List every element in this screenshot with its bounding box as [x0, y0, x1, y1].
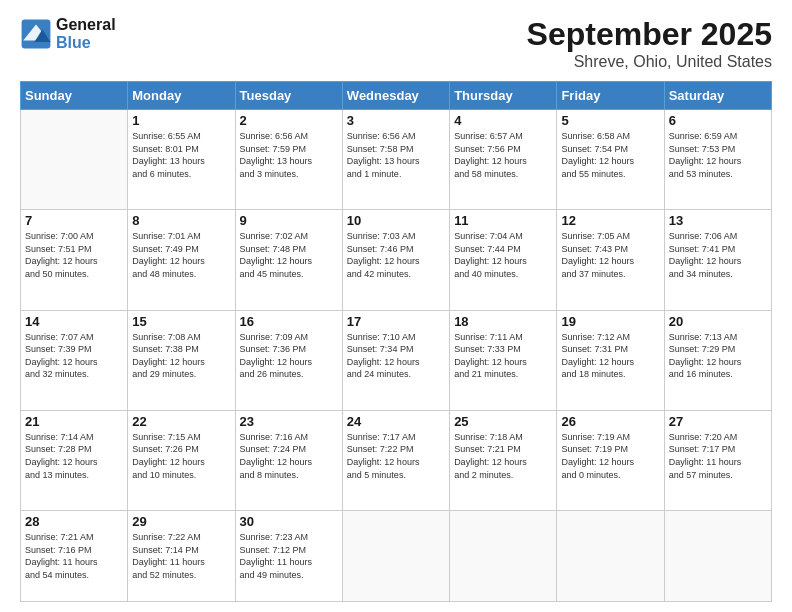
calendar-week-2: 7Sunrise: 7:00 AMSunset: 7:51 PMDaylight…	[21, 210, 772, 310]
header-wednesday: Wednesday	[342, 82, 449, 110]
day-number: 29	[132, 514, 230, 529]
calendar-cell: 24Sunrise: 7:17 AMSunset: 7:22 PMDayligh…	[342, 410, 449, 510]
day-info: Sunrise: 7:11 AMSunset: 7:33 PMDaylight:…	[454, 331, 552, 381]
day-number: 6	[669, 113, 767, 128]
day-info: Sunrise: 7:02 AMSunset: 7:48 PMDaylight:…	[240, 230, 338, 280]
day-number: 11	[454, 213, 552, 228]
day-info: Sunrise: 7:06 AMSunset: 7:41 PMDaylight:…	[669, 230, 767, 280]
main-title: September 2025	[527, 16, 772, 53]
day-number: 23	[240, 414, 338, 429]
page: General Blue September 2025 Shreve, Ohio…	[0, 0, 792, 612]
calendar-week-4: 21Sunrise: 7:14 AMSunset: 7:28 PMDayligh…	[21, 410, 772, 510]
calendar-cell: 14Sunrise: 7:07 AMSunset: 7:39 PMDayligh…	[21, 310, 128, 410]
calendar-cell: 6Sunrise: 6:59 AMSunset: 7:53 PMDaylight…	[664, 110, 771, 210]
header-saturday: Saturday	[664, 82, 771, 110]
day-number: 4	[454, 113, 552, 128]
calendar-cell: 8Sunrise: 7:01 AMSunset: 7:49 PMDaylight…	[128, 210, 235, 310]
calendar-cell: 25Sunrise: 7:18 AMSunset: 7:21 PMDayligh…	[450, 410, 557, 510]
calendar-cell: 11Sunrise: 7:04 AMSunset: 7:44 PMDayligh…	[450, 210, 557, 310]
header: General Blue September 2025 Shreve, Ohio…	[20, 16, 772, 71]
title-block: September 2025 Shreve, Ohio, United Stat…	[527, 16, 772, 71]
calendar-cell: 5Sunrise: 6:58 AMSunset: 7:54 PMDaylight…	[557, 110, 664, 210]
day-info: Sunrise: 7:15 AMSunset: 7:26 PMDaylight:…	[132, 431, 230, 481]
calendar-cell: 2Sunrise: 6:56 AMSunset: 7:59 PMDaylight…	[235, 110, 342, 210]
calendar-cell: 10Sunrise: 7:03 AMSunset: 7:46 PMDayligh…	[342, 210, 449, 310]
day-number: 13	[669, 213, 767, 228]
calendar-cell: 17Sunrise: 7:10 AMSunset: 7:34 PMDayligh…	[342, 310, 449, 410]
calendar-cell: 7Sunrise: 7:00 AMSunset: 7:51 PMDaylight…	[21, 210, 128, 310]
subtitle: Shreve, Ohio, United States	[527, 53, 772, 71]
day-number: 27	[669, 414, 767, 429]
day-info: Sunrise: 7:07 AMSunset: 7:39 PMDaylight:…	[25, 331, 123, 381]
calendar-cell: 29Sunrise: 7:22 AMSunset: 7:14 PMDayligh…	[128, 511, 235, 602]
calendar-cell: 26Sunrise: 7:19 AMSunset: 7:19 PMDayligh…	[557, 410, 664, 510]
calendar-cell: 15Sunrise: 7:08 AMSunset: 7:38 PMDayligh…	[128, 310, 235, 410]
day-info: Sunrise: 7:23 AMSunset: 7:12 PMDaylight:…	[240, 531, 338, 581]
calendar-cell: 9Sunrise: 7:02 AMSunset: 7:48 PMDaylight…	[235, 210, 342, 310]
day-info: Sunrise: 7:01 AMSunset: 7:49 PMDaylight:…	[132, 230, 230, 280]
calendar-cell: 21Sunrise: 7:14 AMSunset: 7:28 PMDayligh…	[21, 410, 128, 510]
day-number: 26	[561, 414, 659, 429]
header-monday: Monday	[128, 82, 235, 110]
header-thursday: Thursday	[450, 82, 557, 110]
day-number: 22	[132, 414, 230, 429]
calendar-cell: 16Sunrise: 7:09 AMSunset: 7:36 PMDayligh…	[235, 310, 342, 410]
day-info: Sunrise: 7:22 AMSunset: 7:14 PMDaylight:…	[132, 531, 230, 581]
day-info: Sunrise: 6:57 AMSunset: 7:56 PMDaylight:…	[454, 130, 552, 180]
day-info: Sunrise: 7:05 AMSunset: 7:43 PMDaylight:…	[561, 230, 659, 280]
calendar-week-3: 14Sunrise: 7:07 AMSunset: 7:39 PMDayligh…	[21, 310, 772, 410]
day-info: Sunrise: 7:18 AMSunset: 7:21 PMDaylight:…	[454, 431, 552, 481]
calendar-week-1: 1Sunrise: 6:55 AMSunset: 8:01 PMDaylight…	[21, 110, 772, 210]
header-sunday: Sunday	[21, 82, 128, 110]
day-number: 14	[25, 314, 123, 329]
day-info: Sunrise: 7:08 AMSunset: 7:38 PMDaylight:…	[132, 331, 230, 381]
day-info: Sunrise: 7:04 AMSunset: 7:44 PMDaylight:…	[454, 230, 552, 280]
calendar-cell: 22Sunrise: 7:15 AMSunset: 7:26 PMDayligh…	[128, 410, 235, 510]
day-number: 18	[454, 314, 552, 329]
day-number: 19	[561, 314, 659, 329]
day-number: 3	[347, 113, 445, 128]
day-number: 8	[132, 213, 230, 228]
day-info: Sunrise: 7:20 AMSunset: 7:17 PMDaylight:…	[669, 431, 767, 481]
calendar-table: Sunday Monday Tuesday Wednesday Thursday…	[20, 81, 772, 602]
day-number: 28	[25, 514, 123, 529]
day-info: Sunrise: 7:14 AMSunset: 7:28 PMDaylight:…	[25, 431, 123, 481]
calendar-cell: 12Sunrise: 7:05 AMSunset: 7:43 PMDayligh…	[557, 210, 664, 310]
day-info: Sunrise: 6:59 AMSunset: 7:53 PMDaylight:…	[669, 130, 767, 180]
day-number: 25	[454, 414, 552, 429]
day-number: 2	[240, 113, 338, 128]
logo-icon	[20, 18, 52, 50]
day-info: Sunrise: 7:03 AMSunset: 7:46 PMDaylight:…	[347, 230, 445, 280]
calendar-cell: 4Sunrise: 6:57 AMSunset: 7:56 PMDaylight…	[450, 110, 557, 210]
calendar-cell: 23Sunrise: 7:16 AMSunset: 7:24 PMDayligh…	[235, 410, 342, 510]
day-number: 24	[347, 414, 445, 429]
day-number: 20	[669, 314, 767, 329]
calendar-cell	[450, 511, 557, 602]
day-info: Sunrise: 7:00 AMSunset: 7:51 PMDaylight:…	[25, 230, 123, 280]
day-number: 17	[347, 314, 445, 329]
calendar-cell: 3Sunrise: 6:56 AMSunset: 7:58 PMDaylight…	[342, 110, 449, 210]
day-info: Sunrise: 6:56 AMSunset: 7:59 PMDaylight:…	[240, 130, 338, 180]
day-number: 10	[347, 213, 445, 228]
day-info: Sunrise: 6:56 AMSunset: 7:58 PMDaylight:…	[347, 130, 445, 180]
calendar-cell: 1Sunrise: 6:55 AMSunset: 8:01 PMDaylight…	[128, 110, 235, 210]
calendar-cell	[342, 511, 449, 602]
day-number: 21	[25, 414, 123, 429]
calendar-cell	[557, 511, 664, 602]
day-number: 7	[25, 213, 123, 228]
day-info: Sunrise: 7:16 AMSunset: 7:24 PMDaylight:…	[240, 431, 338, 481]
header-tuesday: Tuesday	[235, 82, 342, 110]
logo: General Blue	[20, 16, 116, 52]
calendar-cell: 18Sunrise: 7:11 AMSunset: 7:33 PMDayligh…	[450, 310, 557, 410]
day-info: Sunrise: 7:12 AMSunset: 7:31 PMDaylight:…	[561, 331, 659, 381]
day-info: Sunrise: 7:10 AMSunset: 7:34 PMDaylight:…	[347, 331, 445, 381]
calendar-cell: 28Sunrise: 7:21 AMSunset: 7:16 PMDayligh…	[21, 511, 128, 602]
calendar-cell: 13Sunrise: 7:06 AMSunset: 7:41 PMDayligh…	[664, 210, 771, 310]
day-info: Sunrise: 7:13 AMSunset: 7:29 PMDaylight:…	[669, 331, 767, 381]
header-friday: Friday	[557, 82, 664, 110]
day-info: Sunrise: 7:17 AMSunset: 7:22 PMDaylight:…	[347, 431, 445, 481]
day-number: 30	[240, 514, 338, 529]
logo-text: General Blue	[56, 16, 116, 52]
day-info: Sunrise: 7:19 AMSunset: 7:19 PMDaylight:…	[561, 431, 659, 481]
calendar-cell: 30Sunrise: 7:23 AMSunset: 7:12 PMDayligh…	[235, 511, 342, 602]
